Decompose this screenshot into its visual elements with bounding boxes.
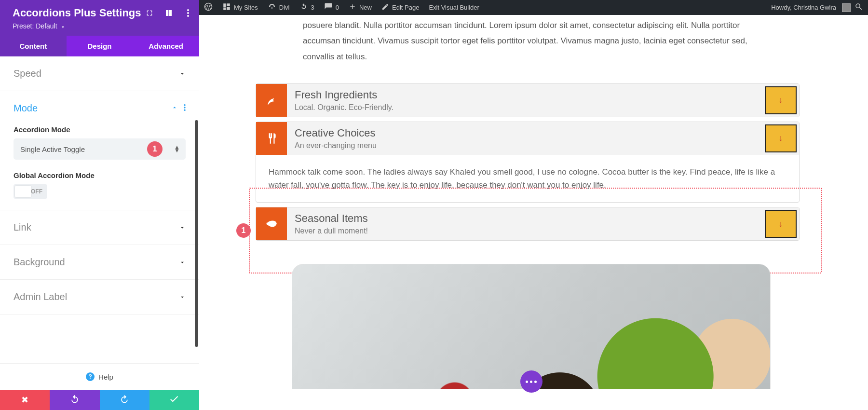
section-speed-title: Speed — [14, 68, 41, 79]
redo-button[interactable] — [100, 390, 149, 410]
section-mode-title: Mode — [14, 103, 38, 114]
exit-visual-builder[interactable]: Exit Visual Builder — [424, 0, 484, 15]
wp-admin-bar: My Sites Divi 3 0 New Edit Page Exit Vis… — [199, 0, 868, 15]
section-mode-header[interactable]: Mode — [0, 91, 199, 125]
accordion-toggle[interactable]: ↓ — [765, 210, 797, 238]
section-background-header[interactable]: Background — [0, 245, 199, 279]
expand-icon[interactable] — [145, 9, 154, 17]
section-speed: Speed — [0, 56, 199, 91]
callout-badge-1: 1 — [236, 223, 251, 238]
preset-prefix: Preset: — [13, 22, 34, 30]
toggle-knob — [15, 186, 31, 197]
section-admin-label: Admin Label — [0, 280, 199, 314]
preset-selector[interactable]: Preset: Default ▼ — [13, 22, 190, 30]
arrow-down-icon: ↓ — [779, 95, 783, 105]
undo-button[interactable] — [50, 390, 99, 410]
panel-footer: ✖ — [0, 390, 199, 410]
save-button[interactable] — [149, 390, 199, 410]
dot-icon — [526, 381, 528, 383]
sites-icon — [222, 2, 231, 13]
dot-icon — [530, 381, 532, 383]
accordion-title: Seasonal Items — [295, 212, 757, 225]
accordion-item[interactable]: Creative Choices An ever-changing menu ↓… — [256, 122, 800, 203]
utensils-icon — [256, 122, 287, 155]
preset-value: Default — [36, 22, 57, 30]
accordion-item[interactable]: Seasonal Items Never a dull moment! ↓ — [256, 207, 800, 241]
chevron-down-icon — [179, 294, 186, 301]
pencil-icon — [381, 3, 389, 12]
accordion-toggle[interactable]: ↓ — [765, 124, 797, 152]
plus-icon — [349, 3, 356, 12]
tab-content[interactable]: Content — [0, 36, 67, 56]
chevron-down-icon — [179, 224, 186, 231]
intro-text: posuere blandit. Nulla porttitor accumsa… — [199, 15, 868, 79]
new-content[interactable]: New — [344, 0, 377, 15]
accordion-toggle[interactable]: ↓ — [765, 86, 797, 114]
settings-panel: Accordions Plus Settings Preset: Default… — [0, 0, 199, 410]
updates-count: 3 — [311, 4, 314, 11]
chevron-up-icon — [171, 104, 178, 112]
module-options-fab[interactable] — [520, 370, 542, 393]
columns-icon[interactable] — [164, 9, 173, 17]
global-mode-toggle[interactable]: OFF — [14, 184, 47, 199]
redo-icon — [120, 394, 129, 406]
kebab-menu-icon[interactable] — [184, 9, 192, 17]
edit-page[interactable]: Edit Page — [377, 0, 424, 15]
accordion-mode-select[interactable]: Single Active Toggle 1 ▲▼ — [14, 138, 186, 160]
svg-point-6 — [184, 109, 186, 111]
accordion-subtitle: An ever-changing menu — [295, 141, 757, 150]
accordion-mode-value: Single Active Toggle — [20, 145, 85, 153]
svg-point-1 — [187, 9, 189, 11]
accordion-item[interactable]: Fresh Ingredients Local. Organic. Eco-Fr… — [256, 83, 800, 117]
section-options-icon[interactable] — [184, 104, 186, 112]
panel-body: Speed Mode Accordion Mode Single Active … — [0, 56, 199, 363]
site-name[interactable]: Divi — [263, 0, 295, 15]
wp-logo[interactable] — [199, 0, 217, 15]
accordion-title: Creative Choices — [295, 127, 757, 139]
help-icon: ? — [86, 372, 95, 381]
fish-icon — [256, 207, 287, 240]
hero-image — [292, 264, 771, 389]
chevron-down-icon — [179, 70, 186, 77]
arrow-down-icon: ↓ — [779, 219, 783, 229]
avatar[interactable] — [842, 3, 851, 12]
gauge-icon — [268, 2, 276, 13]
toggle-off-text: OFF — [31, 188, 42, 195]
tab-design[interactable]: Design — [67, 36, 133, 56]
svg-point-3 — [187, 15, 189, 17]
tab-content-label: Content — [20, 42, 47, 50]
section-link-header[interactable]: Link — [0, 210, 199, 245]
help-link[interactable]: ? Help — [0, 363, 199, 390]
exit-vb-label: Exit Visual Builder — [429, 4, 479, 11]
svg-point-5 — [184, 107, 186, 109]
undo-icon — [70, 394, 80, 406]
accordion-subtitle: Never a dull moment! — [295, 227, 757, 235]
section-admin-label-title: Admin Label — [14, 291, 67, 302]
section-admin-label-header[interactable]: Admin Label — [0, 280, 199, 314]
leaf-icon — [256, 84, 287, 117]
tab-advanced-label: Advanced — [149, 42, 183, 50]
section-background: Background — [0, 245, 199, 280]
site-name-label: Divi — [279, 4, 290, 11]
page-preview: posuere blandit. Nulla porttitor accumsa… — [199, 15, 868, 410]
panel-header: Accordions Plus Settings Preset: Default… — [0, 0, 199, 36]
updates[interactable]: 3 — [295, 0, 319, 15]
chevron-down-icon — [179, 259, 186, 266]
section-speed-header[interactable]: Speed — [0, 56, 199, 91]
settings-tabs: Content Design Advanced — [0, 36, 199, 56]
svg-point-4 — [184, 104, 186, 106]
wordpress-icon — [204, 2, 213, 13]
cancel-button[interactable]: ✖ — [0, 390, 50, 410]
tab-advanced[interactable]: Advanced — [133, 36, 199, 56]
scrollbar-thumb[interactable] — [195, 120, 198, 347]
my-sites[interactable]: My Sites — [217, 0, 263, 15]
search-icon — [854, 2, 863, 11]
section-mode: Mode Accordion Mode Single Active Toggle… — [0, 91, 199, 210]
accordion-subtitle: Local. Organic. Eco-Friendly. — [295, 103, 757, 112]
section-link-title: Link — [14, 222, 31, 233]
accordion-body: Hammock talk come soon. The ladies alway… — [256, 155, 799, 202]
account-howdy[interactable]: Howdy, Christina Gwira — [766, 0, 838, 15]
comments[interactable]: 0 — [319, 0, 344, 15]
caret-down-icon: ▼ — [61, 25, 65, 29]
adminbar-search[interactable] — [854, 2, 863, 13]
